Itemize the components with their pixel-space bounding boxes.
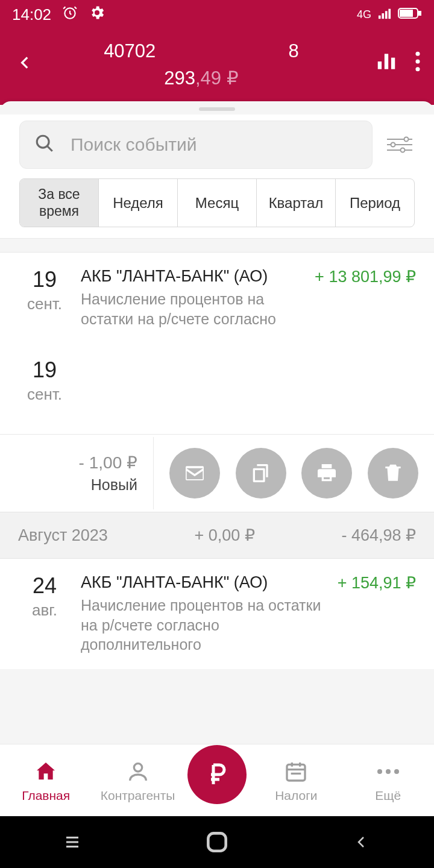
search-icon xyxy=(34,133,55,156)
nav-home[interactable]: Главная xyxy=(4,758,88,803)
month-outflow: - 464,98 ₽ xyxy=(341,526,416,545)
svg-rect-10 xyxy=(391,58,395,69)
transaction-date: 19 сент. xyxy=(19,357,70,404)
more-icon xyxy=(376,758,400,785)
svg-point-11 xyxy=(415,52,420,56)
nav-taxes[interactable]: Налоги xyxy=(254,758,338,803)
transaction-title: АКБ "ЛАНТА-БАНК" (АО) xyxy=(81,267,304,286)
svg-rect-6 xyxy=(419,11,421,15)
svg-rect-2 xyxy=(382,13,384,19)
print-action[interactable] xyxy=(301,448,352,498)
stats-icon[interactable] xyxy=(375,50,398,75)
sysnav-home[interactable] xyxy=(187,829,247,855)
sysnav-back[interactable] xyxy=(332,832,392,852)
svg-rect-4 xyxy=(388,8,391,19)
month-summary: Август 2023 + 0,00 ₽ - 464,98 ₽ xyxy=(0,512,434,559)
svg-point-21 xyxy=(134,763,142,771)
account-balance: 293,49 ₽ xyxy=(164,67,238,89)
segment-week[interactable]: Неделя xyxy=(99,179,178,227)
delete-action[interactable] xyxy=(368,448,418,498)
network-label: 4G xyxy=(357,8,371,21)
bottom-nav: Главная Контрагенты Налоги Ещё xyxy=(0,744,434,816)
nav-more[interactable]: Ещё xyxy=(346,758,430,803)
month-inflow: + 0,00 ₽ xyxy=(194,526,254,545)
transaction-row[interactable]: 19 сент. xyxy=(0,343,434,434)
settings-icon xyxy=(89,4,105,25)
svg-point-18 xyxy=(391,143,395,147)
transaction-row[interactable]: 24 авг. АКБ "ЛАНТА-БАНК" (АО) Начисление… xyxy=(0,559,434,669)
svg-point-20 xyxy=(401,148,405,153)
svg-point-16 xyxy=(404,137,409,142)
segment-quarter[interactable]: Квартал xyxy=(257,179,336,227)
segment-period[interactable]: Период xyxy=(336,179,414,227)
status-time: 14:02 xyxy=(12,5,51,24)
selected-status: Новый xyxy=(16,476,137,494)
transaction-row[interactable]: 19 сент. АКБ "ЛАНТА-БАНК" (АО) Начислени… xyxy=(0,253,434,343)
sysnav-recent[interactable] xyxy=(42,833,102,851)
transaction-amount: + 13 801,99 ₽ xyxy=(315,267,416,329)
account-number-right: 8 xyxy=(289,40,299,62)
svg-point-25 xyxy=(394,769,399,774)
svg-rect-29 xyxy=(208,833,225,851)
transaction-desc: Начисление процентов на остатки на р/сче… xyxy=(81,289,304,329)
person-icon xyxy=(126,758,150,785)
battery-icon xyxy=(398,5,422,24)
calendar-icon xyxy=(284,758,308,785)
transaction-title: АКБ "ЛАНТА-БАНК" (АО) xyxy=(81,573,327,592)
filter-button[interactable] xyxy=(379,134,421,155)
search-input[interactable] xyxy=(71,134,357,155)
svg-rect-3 xyxy=(385,11,388,19)
alarm-icon xyxy=(62,5,78,25)
transaction-amount: + 154,91 ₽ xyxy=(338,573,416,655)
svg-rect-9 xyxy=(385,54,388,69)
system-nav-bar xyxy=(0,816,434,868)
content-sheet: За все время Неделя Месяц Квартал Период… xyxy=(0,101,434,744)
app-header: 40702 8 293,49 ₽ xyxy=(0,29,434,105)
svg-point-12 xyxy=(415,59,420,63)
svg-point-24 xyxy=(386,769,391,774)
svg-rect-8 xyxy=(378,61,382,69)
svg-point-13 xyxy=(415,67,420,71)
period-segments: За все время Неделя Месяц Квартал Период xyxy=(19,178,415,227)
transaction-desc: Начисление процентов на остатки на р/сче… xyxy=(81,596,327,655)
svg-point-14 xyxy=(37,136,49,148)
drag-handle[interactable] xyxy=(199,107,235,111)
fab-ruble[interactable] xyxy=(187,745,247,804)
transaction-expanded: - 1,00 ₽ Новый xyxy=(0,434,434,512)
account-number-left: 40702 xyxy=(104,40,156,62)
back-button[interactable] xyxy=(13,51,37,75)
home-icon xyxy=(34,758,58,785)
mail-action[interactable] xyxy=(169,448,220,498)
transaction-date: 24 авг. xyxy=(19,573,70,655)
svg-rect-1 xyxy=(379,15,381,18)
status-bar: 14:02 4G xyxy=(0,0,434,29)
month-label: Август 2023 xyxy=(18,526,108,545)
segment-all-time[interactable]: За все время xyxy=(20,179,99,227)
nav-contractors[interactable]: Контрагенты xyxy=(96,758,180,803)
segment-month[interactable]: Месяц xyxy=(178,179,257,227)
signal-icon xyxy=(377,5,392,24)
copy-action[interactable] xyxy=(236,448,286,498)
transaction-date: 19 сент. xyxy=(19,267,70,329)
search-box[interactable] xyxy=(19,121,373,169)
svg-point-23 xyxy=(377,769,382,774)
more-menu-icon[interactable] xyxy=(415,51,421,74)
selected-amount: - 1,00 ₽ xyxy=(16,453,137,473)
svg-rect-7 xyxy=(400,10,412,16)
